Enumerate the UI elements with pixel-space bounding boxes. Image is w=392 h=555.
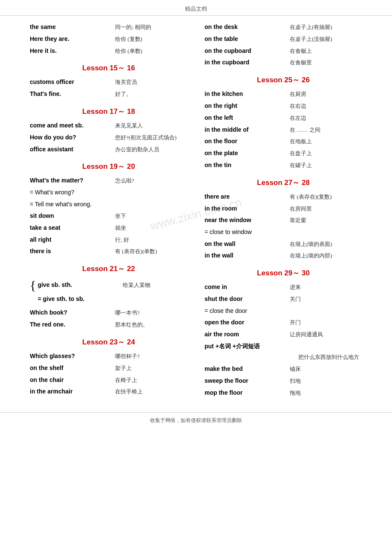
lesson-title: Lesson 17～ 18	[30, 107, 187, 116]
vocab-english: in the cupboard	[205, 58, 290, 67]
vocab-english: in the room	[205, 204, 290, 213]
vocab-chinese: 有 (表存在)(复数)	[290, 193, 332, 202]
vocab-english: on the tin	[205, 160, 290, 170]
vocab-english: What's the matter?	[30, 176, 115, 185]
vocab-item: in the armchair在扶手椅上	[30, 387, 187, 396]
page-footer: 收集于网络，如有侵权请联系管理员删除	[0, 412, 392, 428]
vocab-english: air the room	[205, 330, 290, 339]
vocab-english: on the floor	[205, 136, 290, 146]
lesson-title: Lesson 15～ 16	[30, 63, 187, 73]
vocab-english: customs officer	[30, 77, 115, 87]
vocab-english: on the shelf	[30, 363, 115, 373]
vocab-chinese: 在椅子上	[115, 376, 137, 385]
vocab-english: give sb. sth.	[37, 280, 123, 289]
vocab-item: in the cupboard在食橱里	[205, 58, 362, 67]
vocab-item: on the tin在罐子上	[205, 160, 362, 170]
vocab-item: air the room让房间通通风	[205, 330, 362, 339]
vocab-item: sit down坐下	[30, 211, 187, 221]
vocab-chinese: 靠近窗	[290, 216, 306, 225]
vocab-chinese: 开门	[290, 318, 301, 327]
vocab-chinese: 给你 (复数)	[115, 35, 142, 44]
vocab-item: Here they are.给你 (复数)	[30, 34, 187, 44]
vocab-item: there are有 (表存在)(复数)	[205, 192, 362, 202]
vocab-english: office assistant	[30, 145, 115, 154]
vocab-english: on the left	[205, 113, 290, 122]
vocab-chinese: 在桌子上(没抽屉)	[290, 35, 332, 44]
vocab-english: shut the door	[205, 294, 290, 304]
vocab-item: Which book?哪一本书?	[30, 308, 187, 318]
left-column: the same同一的; 相同的Here they are.给你 (复数)Her…	[26, 20, 192, 399]
brace-group: {give sb. sth.给某人某物= give sth. to sb.	[30, 278, 187, 306]
vocab-chinese: 把什么东西放到什么地方	[298, 353, 359, 362]
vocab-chinese: 在罐子上	[290, 161, 312, 170]
vocab-chinese: 扫地	[290, 377, 301, 386]
vocab-item: come and meet sb.来见见某人	[30, 121, 187, 130]
vocab-chinese: 铺床	[290, 365, 301, 374]
vocab-english: Which book?	[30, 308, 115, 317]
vocab-chinese: 哪些杯子?	[115, 352, 140, 361]
vocab-chinese: 来见见某人	[115, 121, 143, 130]
vocab-english: The red one.	[30, 320, 115, 329]
vocab-item: open the door开门	[205, 318, 362, 327]
vocab-chinese: 关门	[290, 295, 301, 304]
vocab-english: the same	[30, 22, 115, 32]
vocab-chinese: 就坐	[115, 224, 126, 233]
vocab-item: on the floor在地板上	[205, 136, 362, 146]
vocab-item: on the desk在桌子上(有抽屉)	[205, 22, 362, 32]
vocab-item: on the shelf架子上	[30, 363, 187, 373]
vocab-chinese: 在 …… 之间	[290, 126, 320, 135]
vocab-item: That's fine.好了。	[30, 89, 187, 99]
vocab-english: on the wall	[205, 239, 290, 249]
lesson-title: Lesson 29～ 30	[205, 268, 362, 278]
vocab-english: How do you do?	[30, 133, 115, 142]
vocab-english: Here it is.	[30, 46, 115, 55]
vocab-item: on the left在左边	[205, 113, 362, 123]
vocab-item: make the bed铺床	[205, 364, 362, 374]
vocab-item: Which glasses?哪些杯子?	[30, 351, 187, 361]
vocab-chinese: 好了。	[115, 90, 132, 99]
vocab-chinese: 坐下	[115, 212, 126, 221]
vocab-chinese: 在食橱上	[290, 47, 312, 56]
vocab-item: on the table在桌子上(没抽屉)	[205, 34, 362, 44]
vocab-english: take a seat	[30, 223, 115, 232]
vocab-item: customs officer海关官员	[30, 77, 187, 87]
vocab-item: put +名词 +介词短语	[205, 341, 362, 351]
vocab-chinese: 在墙上(墙的表面)	[290, 240, 332, 249]
vocab-item: on the chair在椅子上	[30, 375, 187, 385]
vocab-chinese: 在右边	[290, 102, 306, 111]
vocab-item: = Tell me what's wrong.	[30, 199, 187, 209]
vocab-english: on the table	[205, 34, 290, 43]
vocab-item: give sb. sth.给某人某物	[37, 280, 150, 290]
vocab-item: = close the door	[205, 306, 362, 315]
vocab-chinese: 在盘子上	[290, 149, 312, 158]
vocab-english: there is	[30, 246, 115, 256]
vocab-chinese: 在左边	[290, 114, 306, 123]
vocab-english: in the middle of	[205, 125, 290, 134]
vocab-item: office assistant办公室的勤杂人员	[30, 145, 187, 154]
vocab-english: = What's wrong?	[30, 188, 115, 197]
vocab-chinese: 在扶手椅上	[115, 387, 143, 396]
vocab-chinese: 在墙上(墙的内部)	[290, 251, 332, 260]
vocab-item: in the middle of在 …… 之间	[205, 125, 362, 135]
vocab-item: near the window靠近窗	[205, 215, 362, 225]
vocab-item: take a seat就坐	[30, 223, 187, 233]
vocab-chinese: 在房间里	[290, 205, 312, 214]
vocab-chinese: 给某人某物	[123, 281, 150, 290]
vocab-chinese: 海关官员	[115, 78, 137, 87]
vocab-chinese: 拖地	[290, 389, 301, 398]
vocab-english: = give sth. to sb.	[37, 294, 123, 304]
vocab-item: = What's wrong?	[30, 188, 187, 197]
vocab-item: How do you do?您好?(初次见面正式场合)	[30, 133, 187, 142]
lesson-title: Lesson 25～ 26	[205, 75, 362, 85]
vocab-english: in the armchair	[30, 387, 115, 396]
vocab-english: come and meet sb.	[30, 121, 115, 130]
vocab-english: on the right	[205, 101, 290, 110]
vocab-english: Here they are.	[30, 34, 115, 43]
vocab-english: sweep the floor	[205, 376, 290, 385]
vocab-chinese: 给你 (单数)	[115, 47, 142, 56]
vocab-item: in the room在房间里	[205, 204, 362, 214]
vocab-chinese: 您好?(初次见面正式场合)	[115, 133, 176, 142]
lesson-title: Lesson 27～ 28	[205, 178, 362, 188]
vocab-chinese: 进来	[290, 283, 301, 292]
vocab-english: there are	[205, 192, 290, 201]
